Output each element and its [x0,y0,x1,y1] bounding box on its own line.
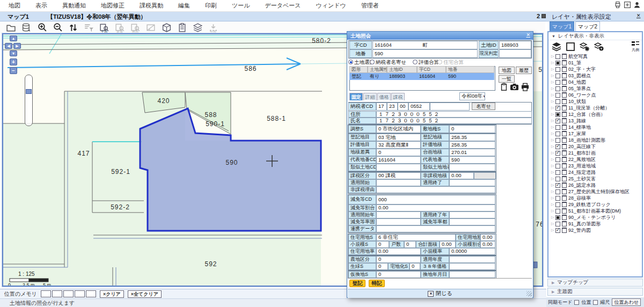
layer-checkbox[interactable] [555,222,560,226]
expand-icon[interactable]: ▷ [551,164,554,168]
menu-6[interactable]: 印刷 [205,2,217,10]
field-daihyo_cd-value[interactable]: 161604 [376,156,421,164]
nozeisha-c1[interactable]: 17 [376,103,387,111]
layer-row-05_筆界点[interactable]: ▷05_筆界点 [548,85,642,92]
layer-checkbox[interactable] [555,151,560,156]
nozeisha-c2[interactable]: 23 [387,103,398,111]
layer-row-10_状類[interactable]: ▷10_状類 [548,98,642,105]
expand-icon[interactable]: ▷ [551,112,554,116]
database-icon[interactable] [21,22,32,33]
layer-checkbox[interactable] [555,202,560,207]
nozeisha-c3[interactable]: 00 [398,103,408,111]
layer-row-29_鉄軌道ブロック[interactable]: ▷29_鉄軌道ブロック [548,201,642,208]
layer-style-icon[interactable] [562,157,567,162]
expand-icon[interactable]: ▷ [551,157,554,162]
dialog-close-icon[interactable]: ✕ [526,32,530,38]
user-icon[interactable] [633,1,641,9]
field-shokibo_wariai-value[interactable]: 0.00 [480,241,495,248]
layer-filter-icon[interactable] [594,41,604,52]
table-header-0[interactable]: 図形 [349,66,368,73]
touki-button[interactable]: 登記 [349,280,365,287]
layer-checkbox[interactable] [555,131,560,136]
year-select[interactable]: 令和08年▼ [459,92,485,100]
radio-circle[interactable] [348,60,353,64]
layer-checkbox[interactable] [555,112,560,117]
field-hikazei_riyu-value[interactable] [376,186,495,193]
menu-0[interactable]: 地図 [9,2,20,10]
layer-checkbox[interactable] [555,215,560,220]
expand-icon[interactable]: ▷ [551,189,554,194]
menu-1[interactable]: 表示 [35,2,47,10]
house-search-icon[interactable]: 家屋 [114,22,125,33]
camera-icon[interactable] [510,83,519,91]
expand-icon[interactable]: ▷ [551,144,554,149]
layer-style-icon[interactable] [562,208,567,214]
map-button[interactable]: 地図 [499,67,515,74]
distribution-icon[interactable]: 分布 [208,22,218,33]
layer-checkbox[interactable] [555,86,560,91]
nozeisha-name[interactable] [430,103,470,111]
expand-icon[interactable]: ▷ [551,170,554,174]
expand-icon[interactable]: ▷ [551,86,554,91]
layer-checkbox[interactable] [555,144,560,149]
expand-icon[interactable]: ▷ [551,54,554,59]
layer-row-06_ワーク点[interactable]: ▷06_ワーク点 [548,92,642,98]
field-tekiyo_shuryo-value[interactable] [449,179,495,186]
zoom-out-icon[interactable] [52,22,63,33]
layers-icon[interactable] [192,22,203,33]
layer-style-icon[interactable] [562,195,567,201]
theme-map-section[interactable]: ▶主題図 [547,288,643,296]
table-header-2[interactable]: 土地ID [387,66,417,73]
layer-checkbox[interactable] [555,170,560,175]
layer-row-17_家屋[interactable]: ▷17_家屋 [548,130,642,137]
history-button[interactable]: 履歴 [516,67,532,74]
expand-icon[interactable]: ▷ [551,74,554,78]
layer-style-icon[interactable] [562,86,567,91]
layer-row-02_字・大字[interactable]: ▷02_字・大字 [548,66,642,72]
dialog-tab-1[interactable]: 詳細 [363,93,377,100]
field-ruiji_chiban-value[interactable] [449,164,495,171]
zoom-in-icon[interactable] [36,22,47,33]
radio-circle[interactable] [370,60,375,64]
expand-icon[interactable]: ▷ [551,67,554,71]
aza-cd-value[interactable]: 161604町 [372,41,478,49]
layer-row-21_都市計画[interactable]: ▷21_都市計画 [548,150,642,156]
layer-row-20_高圧線下[interactable]: ▷20_高圧線下 [548,143,642,150]
layer-row-24_指定道路[interactable]: ▷24_指定道路 [548,169,642,176]
field-shikichiken-value[interactable]: 0 [449,125,495,133]
field-jutaku_wariai-value[interactable]: 0.00 [480,234,495,241]
layer-style-icon[interactable] [562,99,567,104]
expand-icon[interactable]: ▷ [551,80,554,84]
dialog-title[interactable]: 土地照会 [347,32,533,40]
layer-style-icon[interactable] [562,182,567,188]
expand-icon[interactable]: ▷ [551,138,554,142]
layer-checkbox[interactable] [555,177,560,181]
layer-style-icon[interactable] [562,125,567,130]
pan-right-button[interactable]: ▶ [13,43,21,49]
cube-icon[interactable] [161,22,172,33]
field-toki_chiseki-value[interactable]: 258.35 [449,134,495,141]
layer-visibility-section-header[interactable]: ▼レイヤ表示・非表示 [548,32,642,40]
clear-button[interactable]: ×クリア [100,290,124,298]
land-search-icon[interactable]: 土地 [99,22,109,33]
refresh-icon[interactable] [68,22,78,33]
print-icon[interactable] [614,1,621,9]
expand-icon[interactable]: ▷ [551,196,554,200]
field-shokibo-value[interactable]: 0 [376,241,389,248]
expand-icon[interactable]: ▷ [551,119,554,123]
field-genmen_ritsu_to-value[interactable] [449,218,495,225]
field-kakaku38-value[interactable] [449,263,495,270]
layer-row-13_路線[interactable]: ▷13_路線 [548,118,642,124]
field-toki_chimoku-value[interactable]: 03 宅地 [376,134,421,141]
table-cell-4[interactable]: 590 [446,73,494,80]
layer-checkbox[interactable] [555,67,560,72]
memory-slot-4[interactable] [75,290,85,297]
layer-row-航空写真[interactable]: ▷航空写真 [548,53,642,60]
layer-row-91_真の筆図形[interactable]: ▷91_真の筆図形 [548,221,642,227]
layer-row-23_用途地域[interactable]: ▷23_用途地域 [548,163,642,169]
field-hikazei_chiseki-value[interactable]: 0.00 [449,172,474,179]
land-id-value[interactable]: 188903 [499,41,531,49]
expand-icon[interactable]: ▷ [551,125,554,129]
measure-icon[interactable] [145,22,156,33]
map-zoom-in-button[interactable]: + [10,59,17,65]
